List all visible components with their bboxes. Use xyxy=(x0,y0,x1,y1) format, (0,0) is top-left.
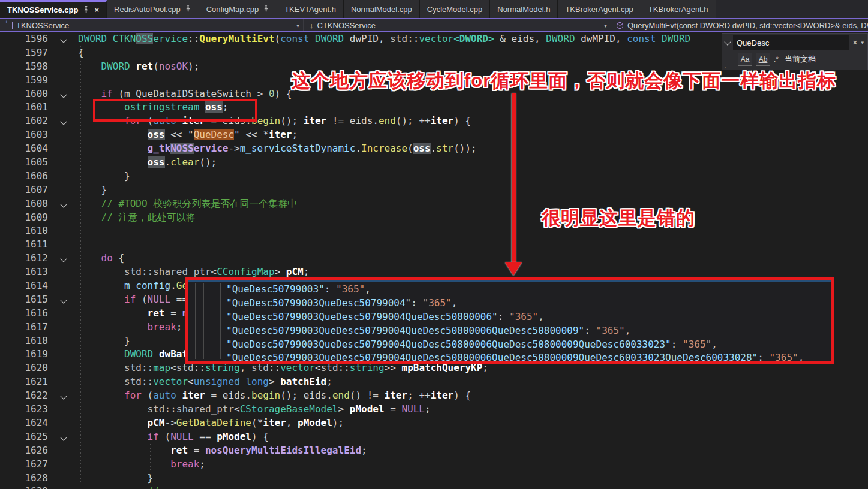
chevron-down-icon[interactable]: ▾ xyxy=(293,22,303,29)
editor-tab-cyclemodel-cpp[interactable]: CycleModel.cpp xyxy=(420,0,491,18)
fold-margin[interactable] xyxy=(48,224,78,238)
code-line[interactable]: 1628 } xyxy=(0,472,868,485)
code-line[interactable]: 1625 if (NULL == pModel) { xyxy=(0,430,868,444)
fold-margin[interactable] xyxy=(48,211,78,225)
code-line[interactable]: 1621 std::vector<unsigned long> batchEid… xyxy=(0,375,868,389)
red-arrow-line xyxy=(512,93,516,264)
fold-margin[interactable] xyxy=(48,87,78,101)
code-line[interactable]: 1605 oss.clear(); xyxy=(0,156,868,170)
fold-margin[interactable] xyxy=(48,46,78,60)
code-line[interactable]: 1629 // ...... xyxy=(0,485,868,489)
code-token xyxy=(78,143,148,154)
fold-margin[interactable] xyxy=(48,444,78,458)
fold-margin[interactable] xyxy=(48,472,78,485)
fold-margin[interactable] xyxy=(48,279,78,293)
fold-margin[interactable] xyxy=(48,321,78,334)
fold-margin[interactable] xyxy=(48,375,78,389)
code-token xyxy=(78,307,148,319)
code-token: ; xyxy=(425,403,431,415)
fold-margin[interactable] xyxy=(48,128,78,142)
fold-margin[interactable] xyxy=(48,361,78,375)
fold-margin[interactable] xyxy=(48,416,78,430)
code-line[interactable]: 1627 break; xyxy=(0,458,868,472)
find-expander-chevron-icon[interactable] xyxy=(722,41,733,44)
code-line[interactable]: 1612 do { xyxy=(0,252,868,265)
pin-icon[interactable] xyxy=(263,4,269,14)
code-line[interactable]: 1624 pCM->GetDataDefine(*iter, pModel); xyxy=(0,416,868,430)
code-line[interactable]: 1603 oss << "QueDesc" << *iter; xyxy=(0,128,868,142)
code-line[interactable]: 1622 for (auto iter = eids.begin(); eids… xyxy=(0,389,868,403)
fold-margin[interactable] xyxy=(48,183,78,197)
fold-margin[interactable] xyxy=(48,60,78,74)
code-line[interactable]: 1606 } xyxy=(0,170,868,183)
code-line[interactable]: 1608 // #TODO 校验积分列表是否在同一个集群中 xyxy=(0,197,868,211)
editor-tab-tkevtagent-h[interactable]: TKEVTAgent.h xyxy=(277,0,344,18)
pin-icon[interactable] xyxy=(185,4,191,14)
fold-margin[interactable] xyxy=(48,156,78,170)
editor-tab-tkbrokeragent-cpp[interactable]: TKBrokerAgent.cpp xyxy=(558,0,641,18)
find-close-icon[interactable]: × xyxy=(849,38,861,47)
fold-margin[interactable] xyxy=(48,307,78,321)
fold-margin[interactable] xyxy=(48,458,78,472)
fold-chevron-icon[interactable] xyxy=(60,393,67,399)
code-line[interactable]: 1609 // 注意，此处可以将 xyxy=(0,211,868,225)
close-icon[interactable]: × xyxy=(94,5,100,14)
code-line[interactable]: 1623 std::shared_ptr<CStorageBaseModel> … xyxy=(0,403,868,416)
fold-chevron-icon[interactable] xyxy=(60,201,67,207)
code-line[interactable]: 1626 ret = nosQueryMultiEidsIllegalEid; xyxy=(0,444,868,458)
whole-word-toggle[interactable]: Ab xyxy=(756,53,770,66)
fold-margin[interactable] xyxy=(48,197,78,211)
code-token: vector xyxy=(419,33,453,44)
fold-margin[interactable] xyxy=(48,389,78,403)
breadcrumb-member[interactable]: QueryMultiEvt(const DWORD dwPID, std::ve… xyxy=(611,19,868,31)
fold-margin[interactable] xyxy=(48,114,78,128)
pin-icon[interactable] xyxy=(83,5,89,15)
fold-margin[interactable] xyxy=(48,348,78,361)
fold-chevron-icon[interactable] xyxy=(60,297,67,303)
popup-json-row: "QueDesc50799003QueDesc50799004QueDesc50… xyxy=(188,351,831,364)
code-line[interactable]: 1610 xyxy=(0,224,868,238)
regex-toggle[interactable]: .* xyxy=(774,55,779,64)
code-token: oss xyxy=(148,129,165,140)
breadcrumb-file[interactable]: TKNOSService ▾ xyxy=(0,19,304,31)
fold-margin[interactable] xyxy=(48,334,78,348)
find-input[interactable] xyxy=(733,35,849,50)
chevron-down-icon[interactable]: ▾ xyxy=(600,22,611,29)
editor-tab-normalmodel-cpp[interactable]: NormalModel.cpp xyxy=(344,0,420,18)
code-line[interactable]: 1611 xyxy=(0,238,868,252)
match-case-toggle[interactable]: Aa xyxy=(738,53,752,66)
find-scope-label[interactable]: 当前文档 xyxy=(785,54,816,65)
fold-margin[interactable] xyxy=(48,252,78,265)
editor-tab-normalmodel-h[interactable]: NormalModel.h xyxy=(490,0,558,18)
fold-margin[interactable] xyxy=(48,293,78,307)
fold-chevron-icon[interactable] xyxy=(60,256,67,262)
fold-margin[interactable] xyxy=(48,403,78,416)
code-token: CStorageBaseModel xyxy=(240,403,338,415)
fold-margin[interactable] xyxy=(48,265,78,279)
editor-tab-configmap-cpp[interactable]: ConfigMap.cpp xyxy=(199,0,277,18)
code-line[interactable]: 1604 g_tkNOSService->m_serviceStatDynami… xyxy=(0,142,868,156)
editor-tab-redisautopool-cpp[interactable]: RedisAutoPool.cpp xyxy=(107,0,199,18)
editor-tab-tkbrokeragent-h[interactable]: TKBrokerAgent.h xyxy=(641,0,716,18)
code-token: const xyxy=(280,33,309,44)
fold-margin[interactable] xyxy=(48,238,78,252)
code-line[interactable]: 1607 } xyxy=(0,183,868,197)
fold-margin[interactable] xyxy=(48,101,78,114)
find-dropdown-icon[interactable]: ▾ xyxy=(861,40,867,46)
resize-grip[interactable]: ∶. xyxy=(723,65,726,68)
fold-margin[interactable] xyxy=(48,32,78,46)
fold-margin[interactable] xyxy=(48,142,78,156)
fold-chevron-icon[interactable] xyxy=(60,434,67,440)
editor-tab-tknosservice-cpp[interactable]: TKNOSService.cpp× xyxy=(0,0,107,18)
fold-chevron-icon[interactable] xyxy=(60,119,67,125)
fold-chevron-icon[interactable] xyxy=(60,36,67,43)
fold-margin[interactable] xyxy=(48,430,78,444)
code-token: QueryMultiEvt xyxy=(199,33,274,44)
breadcrumb-class[interactable]: ↓ CTKNOSService ▾ xyxy=(304,19,611,31)
fold-chevron-icon[interactable] xyxy=(60,91,67,98)
fold-margin[interactable] xyxy=(48,74,78,87)
code-token: shared_ptr xyxy=(176,403,234,415)
fold-margin[interactable] xyxy=(48,170,78,183)
fold-margin[interactable] xyxy=(48,485,78,489)
code-token: break xyxy=(148,321,176,333)
